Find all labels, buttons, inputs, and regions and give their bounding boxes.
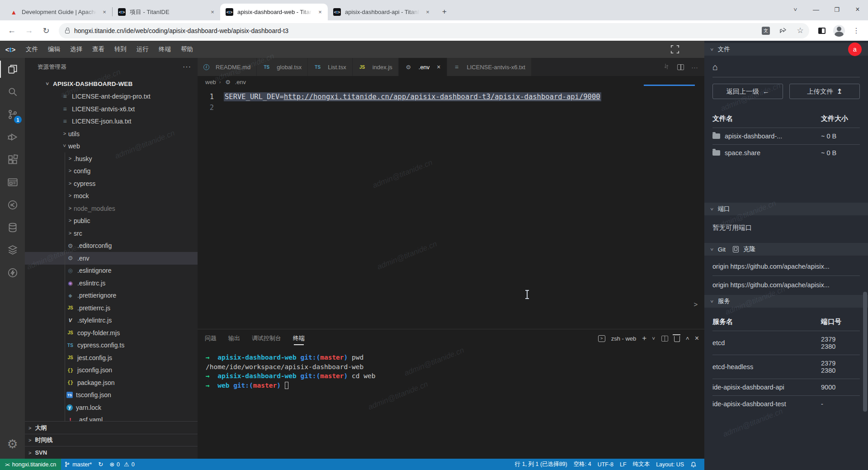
tree-item-tsconfig.json[interactable]: TStsconfig.json <box>25 389 198 402</box>
browser-tab[interactable]: <t>项目 - TitanIDE× <box>113 4 220 20</box>
tree-item-mock[interactable]: >mock <box>25 190 198 203</box>
panel-expand-chevron[interactable]: > <box>690 294 701 314</box>
address-bar[interactable]: hongxi.titanide.cn/ide/web/coding/apisix… <box>59 23 809 38</box>
side-panel-icon[interactable] <box>815 24 829 38</box>
menu-item[interactable]: 转到 <box>109 43 132 55</box>
close-panel-icon[interactable]: × <box>695 334 699 342</box>
back-icon[interactable]: ← <box>5 24 19 38</box>
split-editor-icon[interactable] <box>677 64 684 70</box>
sidebar-section-大纲[interactable]: >大纲 <box>25 421 198 434</box>
status-item[interactable]: 纯文本 <box>630 459 653 470</box>
bookmark-star-icon[interactable]: ☆ <box>794 24 807 37</box>
terminal-tab-终端[interactable]: 终端 <box>293 329 305 347</box>
notifications-bell-icon[interactable] <box>687 459 700 470</box>
tree-item-jsconfig.json[interactable]: {}jsconfig.json <box>25 364 198 377</box>
tree-item-.eslintrc.js[interactable]: ◉.eslintrc.js <box>25 277 198 290</box>
status-item[interactable]: 空格: 4 <box>571 459 594 470</box>
tree-item-.husky[interactable]: >.husky <box>25 152 198 165</box>
browser-tab[interactable]: ▲Development Guide | Apache A× <box>5 4 112 20</box>
tree-item-public[interactable]: >public <box>25 215 198 228</box>
tab-close-icon[interactable]: × <box>424 8 432 16</box>
tree-item-package.json[interactable]: {}package.json <box>25 376 198 389</box>
git-remote-row[interactable]: origin https://github.com/apache/apisix.… <box>712 275 860 294</box>
home-icon[interactable]: ⌂ <box>712 56 860 77</box>
status-item[interactable]: 行 1, 列 1 (已选择89) <box>512 459 571 470</box>
status-item[interactable]: UTF-8 <box>594 459 617 470</box>
tree-item-cypress[interactable]: >cypress <box>25 177 198 190</box>
activity-source-control-icon[interactable]: 1 <box>0 103 25 126</box>
terminal-tab-调试控制台[interactable]: 调试控制台 <box>252 329 281 347</box>
new-tab-button[interactable]: + <box>438 5 451 18</box>
git-clone-label[interactable]: 克隆 <box>743 245 755 253</box>
activity-share-graph-icon[interactable] <box>0 194 25 216</box>
service-row[interactable]: ide-apisix-dashboard-test- <box>712 396 860 413</box>
activity-project-panel-icon[interactable] <box>0 171 25 194</box>
sidebar-section-SVN[interactable]: >SVN <box>25 446 198 459</box>
breadcrumb-file[interactable]: .env <box>235 79 246 85</box>
activity-extensions-icon[interactable] <box>0 148 25 171</box>
tree-item-LICENSE-ant-design-pro.txt[interactable]: ≡LICENSE-ant-design-pro.txt <box>25 90 198 103</box>
menu-item[interactable]: 文件 <box>21 43 43 55</box>
activity-run-debug-icon[interactable] <box>0 126 25 148</box>
url-text[interactable]: hongxi.titanide.cn/ide/web/coding/apisix… <box>74 27 755 34</box>
upload-file-button[interactable]: 上传文件↥ <box>789 84 860 99</box>
env-url-link[interactable]: http://hongxi.titanide.cn/app/apisix-das… <box>284 93 600 101</box>
problems-item[interactable]: ⊗0 ⚠0 <box>106 459 137 470</box>
panel-scrollbar[interactable] <box>863 292 867 412</box>
status-item[interactable]: LF <box>617 459 630 470</box>
minimize-icon[interactable]: — <box>806 0 826 19</box>
tree-root[interactable]: >APISIX-DASHBOARD-WEB <box>25 78 198 90</box>
git-branch-item[interactable]: master* <box>61 459 95 470</box>
files-table-row[interactable]: space.share~ 0 B <box>712 145 860 161</box>
tab-close-icon[interactable]: × <box>208 8 217 16</box>
breadcrumb-folder[interactable]: web <box>205 79 216 85</box>
menu-item[interactable]: 选择 <box>65 43 87 55</box>
tab-close-icon[interactable]: × <box>437 63 440 71</box>
kill-terminal-icon[interactable] <box>674 336 680 342</box>
editor-tab-global.tsx[interactable]: TSglobal.tsx <box>257 58 308 76</box>
terminal-output[interactable]: → apisix-dashboard-web git:(master) pwd/… <box>198 347 704 390</box>
share-icon[interactable] <box>777 24 789 37</box>
menu-item[interactable]: 运行 <box>132 43 154 55</box>
service-row[interactable]: ide-apisix-dashboard-api9000 <box>712 379 860 396</box>
menu-item[interactable]: 查看 <box>87 43 109 55</box>
activity-explorer-icon[interactable] <box>0 58 25 81</box>
files-table-row[interactable]: apisix-dashboard-...~ 0 B <box>712 128 860 145</box>
manage-gear-icon[interactable]: ⚙ <box>0 434 25 454</box>
reload-icon[interactable]: ↻ <box>39 24 53 38</box>
editor-tab-.env[interactable]: ⚙.env× <box>399 58 447 76</box>
go-up-button[interactable]: 返回上一级← <box>712 84 783 99</box>
profile-avatar[interactable] <box>832 24 846 38</box>
terminal-tab-问题[interactable]: 问题 <box>205 329 217 347</box>
code-line[interactable]: 2 <box>198 102 704 113</box>
translate-icon[interactable]: 文 <box>760 24 772 37</box>
code-editor[interactable]: 1SERVE_URL_DEV=http://hongxi.titanide.cn… <box>198 88 704 329</box>
tree-item-.stylelintrc.js[interactable]: V.stylelintrc.js <box>25 314 198 327</box>
terminal-dropdown-icon[interactable]: > <box>651 337 656 340</box>
browser-tab[interactable]: <t>apisix-dashboard-api - TitanID× <box>328 4 435 20</box>
tree-item-src[interactable]: >src <box>25 227 198 240</box>
files-section-header[interactable]: > 文件 <box>704 43 868 56</box>
menu-item[interactable]: 帮助 <box>176 43 198 55</box>
tree-item-.env[interactable]: ⚙.env <box>25 252 198 265</box>
open-changes-icon[interactable] <box>663 63 670 71</box>
browser-menu-icon[interactable]: ⋮ <box>849 24 863 38</box>
tab-close-icon[interactable]: × <box>100 8 108 16</box>
user-avatar-badge[interactable]: a <box>848 43 862 56</box>
menu-item[interactable]: 终端 <box>154 43 176 55</box>
code-line[interactable]: 1SERVE_URL_DEV=http://hongxi.titanide.cn… <box>198 91 704 102</box>
remote-indicator[interactable]: >< hongxi.titanide.cn <box>0 459 61 470</box>
tree-item-.eslintignore[interactable]: ◎.eslintignore <box>25 265 198 277</box>
tree-item-nodemodules[interactable]: >node_modules <box>25 202 198 215</box>
browser-tab[interactable]: <t>apisix-dashboard-web - TitanI× <box>220 4 328 20</box>
tab-search-icon[interactable]: > <box>786 0 805 20</box>
tree-item-yarn.lock[interactable]: yyarn.lock <box>25 401 198 414</box>
forward-icon[interactable]: → <box>22 24 36 38</box>
tree-item-cypress.config.ts[interactable]: TScypress.config.ts <box>25 339 198 352</box>
tree-item-jest.config.js[interactable]: JSjest.config.js <box>25 351 198 364</box>
terminal-tab-输出[interactable]: 输出 <box>228 329 240 347</box>
menu-item[interactable]: 编辑 <box>43 43 65 55</box>
restore-icon[interactable]: ❐ <box>826 0 847 19</box>
status-item[interactable]: Layout: US <box>653 459 687 470</box>
tree-item-.asf.yaml[interactable]: !.asf.yaml <box>25 414 198 422</box>
